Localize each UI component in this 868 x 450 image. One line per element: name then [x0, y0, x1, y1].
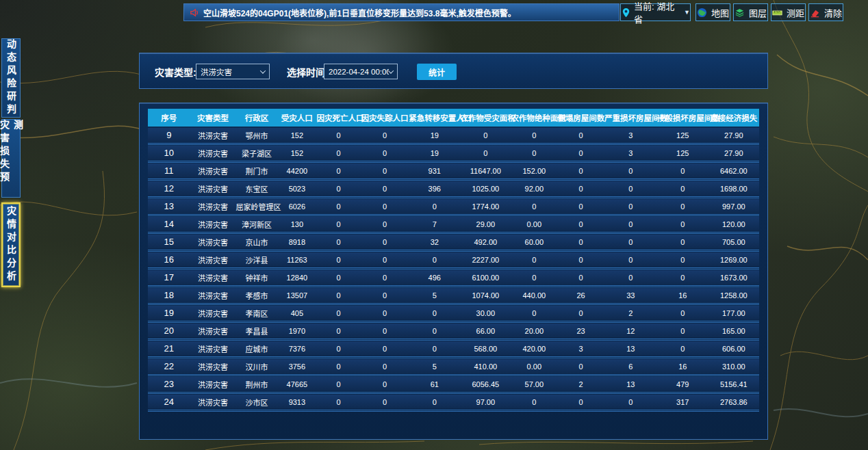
table-cell: 1025.00: [460, 185, 511, 193]
table-cell: 11647.00: [460, 167, 511, 175]
table-cell: 0: [361, 220, 409, 228]
table-cell: 11: [148, 166, 190, 176]
layers-icon: [735, 8, 745, 18]
table-cell: 6026: [277, 202, 316, 211]
map-button[interactable]: 地图: [695, 3, 730, 21]
table-cell: 5156.41: [709, 380, 759, 388]
table-cell: 洪涝灾害: [190, 254, 236, 265]
table-cell: 0: [361, 238, 409, 246]
table-cell: 0: [657, 327, 709, 335]
sidebar-item-loss-prediction[interactable]: 灾害损失预测: [1, 119, 21, 198]
table-cell: 0: [557, 362, 604, 371]
table-cell: 0: [316, 309, 360, 317]
table-row[interactable]: 10洪涝灾害梁子湖区1520019000312527.90: [148, 146, 759, 160]
table-row[interactable]: 23洪涝灾害荆州市4766500616056.4557.002134795156…: [148, 377, 759, 391]
clear-button[interactable]: 清除: [808, 3, 843, 21]
table-cell: 32: [409, 238, 460, 246]
table-cell: 60.00: [511, 238, 557, 246]
table-cell: 13507: [277, 291, 316, 300]
table-row[interactable]: 21洪涝灾害应城市7376000568.00420.003130606.00: [148, 341, 759, 356]
table-cell: 0: [657, 256, 709, 264]
region-selector[interactable]: 当前: 湖北省 ▼: [620, 3, 691, 21]
table-cell: 0: [511, 398, 557, 406]
table-cell: 1258.00: [709, 291, 759, 300]
row-separator: [148, 303, 759, 305]
table-cell: 0: [557, 398, 604, 406]
table-row[interactable]: 14洪涝灾害漳河新区13000729.000.00000120.00: [148, 217, 759, 231]
chevron-down-icon: ▼: [684, 9, 690, 16]
table-cell: 汉川市: [236, 361, 278, 372]
table-cell: 24: [148, 397, 190, 407]
table-cell: 0: [657, 274, 709, 282]
table-row[interactable]: 15洪涝灾害京山市89180032492.0060.00000705.00: [148, 235, 759, 249]
table-cell: 漳河新区: [236, 219, 278, 230]
table-cell: 420.00: [511, 345, 557, 353]
table-cell: 9313: [277, 398, 316, 406]
table-cell: 0: [409, 327, 460, 335]
table-cell: 0: [361, 327, 409, 335]
row-separator: [148, 232, 759, 234]
sidebar-item-disaster-comparison[interactable]: 灾情对比分析: [1, 202, 21, 287]
table-cell: 洪涝灾害: [190, 183, 236, 194]
layers-button-label: 图层: [749, 6, 767, 19]
table-row[interactable]: 20洪涝灾害孝昌县197000066.0020.0023120165.00: [148, 323, 759, 338]
table-cell: 15: [148, 237, 190, 247]
statistics-button[interactable]: 统计: [417, 64, 457, 80]
disaster-type-label: 灾害类型:: [155, 65, 196, 79]
table-cell: 12840: [277, 274, 316, 282]
table-cell: 0: [316, 167, 360, 175]
table-row[interactable]: 17洪涝灾害钟祥市12840004966100.0000001673.00: [148, 270, 759, 284]
table-cell: 125: [657, 149, 709, 157]
measure-distance-button[interactable]: 测距: [771, 3, 806, 21]
table-row[interactable]: 19洪涝灾害孝南区40500030.000020177.00: [148, 306, 759, 320]
table-row[interactable]: 16洪涝灾害沙洋县112630002227.0000001269.00: [148, 252, 759, 267]
filter-panel: 灾害类型: 洪涝灾害 选择时间: 2022-04-24 00:00:00 统计: [139, 53, 768, 89]
table-cell: 2763.86: [709, 398, 759, 406]
table-cell: 0: [511, 149, 557, 157]
table-row[interactable]: 24洪涝灾害沙市区931300097.000003172763.86: [148, 395, 759, 409]
table-cell: 0: [604, 202, 657, 211]
table-cell: 0: [361, 345, 409, 353]
column-header: 行政区: [236, 112, 278, 123]
layers-button[interactable]: 图层: [733, 3, 768, 21]
table-cell: 3: [557, 345, 604, 353]
column-header: 农作物受灾面积: [460, 112, 511, 123]
table-cell: 京山市: [236, 237, 278, 248]
table-row[interactable]: 18洪涝灾害孝感市135070051074.00440.002633161258…: [148, 288, 759, 302]
table-row[interactable]: 11洪涝灾害荆门市442000093111647.00152.000006462…: [148, 163, 759, 178]
table-cell: 0: [604, 274, 657, 282]
table-row[interactable]: 13洪涝灾害屈家岭管理区60260001774.000000997.00: [148, 199, 759, 213]
table-cell: 0: [361, 149, 409, 157]
table-row[interactable]: 9洪涝灾害鄂州市1520019000312527.90: [148, 128, 759, 142]
table-cell: 洪涝灾害: [190, 361, 236, 372]
table-cell: 10: [148, 148, 190, 158]
table-cell: 22: [148, 361, 190, 371]
table-cell: 47665: [277, 380, 316, 388]
table-cell: 2227.00: [460, 256, 511, 264]
globe-icon: [697, 8, 707, 18]
table-cell: 19: [148, 308, 190, 318]
table-cell: 0: [409, 256, 460, 264]
table-cell: 23: [148, 379, 190, 389]
sidebar-item-dynamic-risk[interactable]: 动态风险研判: [1, 38, 21, 118]
table-row[interactable]: 12洪涝灾害东宝区5023003961025.0092.000001698.00: [148, 181, 759, 196]
table-cell: 317: [657, 398, 709, 406]
disaster-type-select[interactable]: 洪涝灾害: [196, 64, 270, 79]
table-row[interactable]: 22洪涝灾害汉川市3756005410.000.000616310.00: [148, 359, 759, 373]
table-cell: 0: [316, 380, 360, 388]
time-select[interactable]: 2022-04-24 00:00:00: [324, 64, 398, 79]
table-cell: 66.00: [460, 327, 511, 335]
table-body: 9洪涝灾害鄂州市1520019000312527.9010洪涝灾害梁子湖区152…: [148, 128, 759, 412]
table-cell: 13: [604, 345, 657, 353]
measure-button-label: 测距: [787, 6, 804, 19]
table-cell: 0: [557, 238, 604, 246]
table-cell: 0: [316, 327, 360, 335]
table-cell: 0: [316, 185, 360, 193]
table-cell: 130: [277, 220, 316, 228]
table-cell: 0: [316, 274, 360, 282]
table-cell: 0: [316, 238, 360, 246]
table-cell: 410.00: [460, 362, 511, 371]
table-cell: 荆门市: [236, 166, 278, 176]
eraser-icon: [810, 8, 820, 18]
table-cell: 0: [604, 238, 657, 246]
